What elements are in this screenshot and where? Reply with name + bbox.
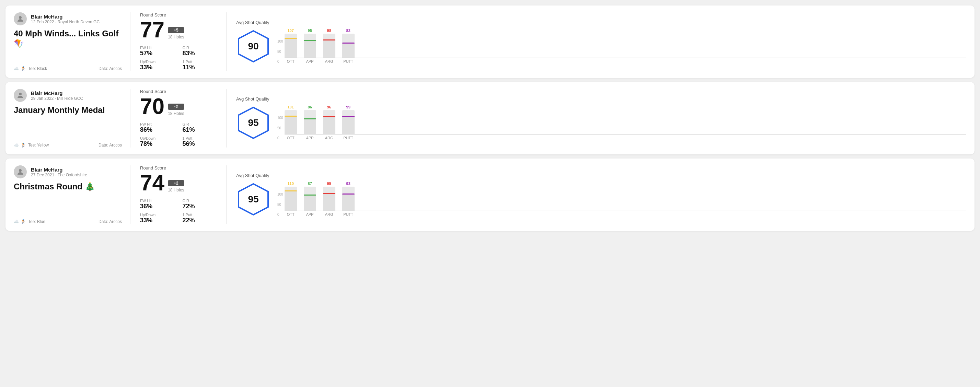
up-down-stat: Up/Down 33% <box>140 60 174 71</box>
hexagon-wrapper: 95 <box>236 106 270 140</box>
card-right: Avg Shot Quality 90 100 50 0 107 <box>227 12 966 71</box>
card-right: Avg Shot Quality 95 100 50 0 101 <box>227 89 966 148</box>
hexagon-value: 90 <box>248 41 258 52</box>
data-source: Data: Arccos <box>99 143 122 148</box>
bar-col-ott: 101 <box>285 105 297 134</box>
player-row: Blair McHarg 29 Jan 2022 · Mill Ride GCC <box>14 89 122 102</box>
score-row: 70 -2 18 Holes <box>140 95 216 117</box>
hexagon: 95 <box>236 182 270 216</box>
hexagon-wrapper: 95 <box>236 182 270 216</box>
bar-col-putt: 99 <box>342 105 355 134</box>
bar-col-arg: 96 <box>323 105 336 134</box>
round-card-round-2: Blair McHarg 29 Jan 2022 · Mill Ride GCC… <box>5 82 975 154</box>
score-badge-col: +2 18 Holes <box>168 180 184 194</box>
tee-info: ☁️ 🏌️ Tee: Blue <box>14 219 45 224</box>
hexagon: 95 <box>236 106 270 140</box>
bar-col-ott: 107 <box>285 29 297 58</box>
svg-point-0 <box>19 16 22 19</box>
shot-quality-col: Avg Shot Quality 95 <box>236 97 270 140</box>
stats-grid: FW Hit 86% GIR 61% Up/Down 78% 1 Putt 56… <box>140 122 216 148</box>
svg-point-2 <box>19 93 22 95</box>
bar-col-app: 86 <box>304 105 316 134</box>
gir-stat: GIR 61% <box>183 122 217 133</box>
player-name: Blair McHarg <box>31 167 87 173</box>
bar-col-app: 87 <box>304 181 316 211</box>
shot-quality-label: Avg Shot Quality <box>236 20 269 25</box>
score-number: 77 <box>140 19 164 41</box>
data-source: Data: Arccos <box>99 219 122 224</box>
card-middle: Round Score 74 +2 18 Holes FW Hit 36% GI… <box>130 165 227 224</box>
score-row: 77 +5 18 Holes <box>140 19 216 41</box>
bar-col-app: 95 <box>304 29 316 58</box>
hexagon-value: 95 <box>248 194 258 205</box>
round-score-label: Round Score <box>140 165 216 171</box>
hexagon-value: 95 <box>248 117 258 128</box>
avatar <box>14 165 27 178</box>
card-right: Avg Shot Quality 95 100 50 0 110 <box>227 165 966 224</box>
player-info: Blair McHarg 27 Dec 2021 · The Oxfordshi… <box>31 167 87 178</box>
gir-stat: GIR 72% <box>183 199 217 210</box>
player-info: Blair McHarg 12 Feb 2022 · Royal North D… <box>31 14 100 24</box>
card-middle: Round Score 70 -2 18 Holes FW Hit 86% GI… <box>130 89 227 148</box>
avatar <box>14 89 27 102</box>
round-score-label: Round Score <box>140 89 216 94</box>
holes-label: 18 Holes <box>168 188 184 192</box>
card-left: Blair McHarg 27 Dec 2021 · The Oxfordshi… <box>14 165 130 224</box>
tee-label: Tee: Blue <box>28 219 45 224</box>
gir-stat: GIR 83% <box>183 46 217 57</box>
holes-label: 18 Holes <box>168 35 184 40</box>
stats-grid: FW Hit 36% GIR 72% Up/Down 33% 1 Putt 22… <box>140 199 216 224</box>
bag-icon: 🏌️ <box>21 143 26 148</box>
player-date: 29 Jan 2022 · Mill Ride GCC <box>31 96 83 101</box>
shot-quality-col: Avg Shot Quality 90 <box>236 20 270 63</box>
player-name: Blair McHarg <box>31 90 83 96</box>
score-number: 74 <box>140 172 164 194</box>
tee-info: ☁️ 🏌️ Tee: Yellow <box>14 143 49 148</box>
card-left: Blair McHarg 12 Feb 2022 · Royal North D… <box>14 12 130 71</box>
stats-grid: FW Hit 57% GIR 83% Up/Down 33% 1 Putt 11… <box>140 46 216 71</box>
round-card-round-3: Blair McHarg 27 Dec 2021 · The Oxfordshi… <box>5 159 975 231</box>
player-row: Blair McHarg 27 Dec 2021 · The Oxfordshi… <box>14 165 122 178</box>
avatar <box>14 12 27 25</box>
score-badge-col: -2 18 Holes <box>168 104 184 117</box>
holes-label: 18 Holes <box>168 111 184 116</box>
hexagon-wrapper: 90 <box>236 29 270 63</box>
player-date: 27 Dec 2021 · The Oxfordshire <box>31 173 87 178</box>
hexagon: 90 <box>236 29 270 63</box>
fw-hit-stat: FW Hit 57% <box>140 46 174 57</box>
score-badge-col: +5 18 Holes <box>168 27 184 41</box>
up-down-stat: Up/Down 78% <box>140 136 174 148</box>
card-footer: ☁️ 🏌️ Tee: Blue Data: Arccos <box>14 219 122 224</box>
one-putt-stat: 1 Putt 11% <box>183 60 217 71</box>
one-putt-stat: 1 Putt 56% <box>183 136 217 148</box>
player-info: Blair McHarg 29 Jan 2022 · Mill Ride GCC <box>31 90 83 101</box>
player-name: Blair McHarg <box>31 14 100 19</box>
round-title: January Monthly Medal <box>14 105 122 115</box>
bag-icon: 🏌️ <box>21 219 26 224</box>
score-row: 74 +2 18 Holes <box>140 172 216 194</box>
shot-quality-col: Avg Shot Quality 95 <box>236 173 270 216</box>
score-badge: +2 <box>168 180 184 186</box>
bar-col-arg: 98 <box>323 29 336 58</box>
score-badge: +5 <box>168 27 184 33</box>
round-card-round-1: Blair McHarg 12 Feb 2022 · Royal North D… <box>5 5 975 78</box>
bar-col-ott: 110 <box>285 181 297 211</box>
round-score-label: Round Score <box>140 12 216 17</box>
tee-info: ☁️ 🏌️ Tee: Black <box>14 66 47 71</box>
tee-label: Tee: Black <box>28 66 47 71</box>
weather-icon: ☁️ <box>14 66 19 71</box>
one-putt-stat: 1 Putt 22% <box>183 213 217 224</box>
svg-point-4 <box>19 169 22 172</box>
round-title: 40 Mph Winds... Links Golf 🪁 <box>14 29 122 49</box>
score-number: 70 <box>140 95 164 117</box>
player-date: 12 Feb 2022 · Royal North Devon GC <box>31 19 100 24</box>
bar-col-putt: 93 <box>342 181 355 211</box>
shot-quality-label: Avg Shot Quality <box>236 173 269 178</box>
fw-hit-stat: FW Hit 86% <box>140 122 174 133</box>
weather-icon: ☁️ <box>14 219 19 224</box>
bar-col-arg: 95 <box>323 181 336 211</box>
tee-label: Tee: Yellow <box>28 143 49 148</box>
bar-col-putt: 82 <box>342 29 355 58</box>
player-row: Blair McHarg 12 Feb 2022 · Royal North D… <box>14 12 122 25</box>
round-title: Christmas Round 🎄 <box>14 182 122 192</box>
